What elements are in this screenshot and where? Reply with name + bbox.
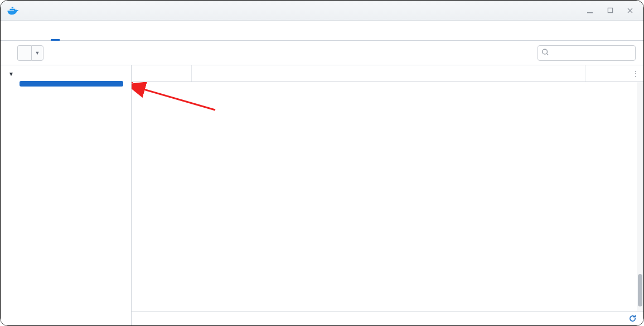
date-sidebar: ▼ [1, 65, 132, 325]
log-table-header: ⋮ [132, 65, 643, 82]
svg-point-2 [543, 49, 548, 54]
header-time[interactable] [132, 65, 192, 82]
log-rows-container[interactable] [132, 82, 643, 311]
svg-line-3 [142, 89, 215, 110]
titlebar [1, 1, 643, 21]
svg-rect-0 [587, 12, 593, 13]
header-stream[interactable] [585, 65, 628, 82]
maximize-button[interactable] [600, 3, 620, 18]
log-scrollbar-thumb[interactable] [638, 274, 642, 306]
docker-whale-icon [6, 5, 21, 16]
close-button[interactable] [620, 3, 640, 18]
search-input[interactable] [538, 45, 636, 61]
svg-rect-1 [608, 8, 612, 12]
caret-down-icon: ▼ [8, 71, 14, 77]
log-scrollbar[interactable] [637, 82, 643, 311]
tab-bar [1, 21, 643, 41]
toolbar: ▼ [1, 41, 643, 65]
minimize-button[interactable] [580, 3, 600, 18]
tab-terminal[interactable] [63, 21, 79, 40]
tab-processes[interactable] [32, 21, 47, 40]
arrow-annotation [132, 82, 221, 116]
export-dropdown[interactable]: ▼ [31, 45, 43, 61]
log-footer [132, 311, 643, 325]
refresh-button[interactable] [628, 314, 637, 323]
header-log[interactable] [192, 65, 585, 82]
sidebar-month[interactable]: ▼ [1, 69, 131, 79]
export-button[interactable] [17, 45, 31, 61]
tab-logs[interactable] [47, 21, 63, 40]
sidebar-day-selected[interactable] [20, 81, 123, 87]
log-panel: ⋮ [132, 65, 643, 325]
header-menu-button[interactable]: ⋮ [628, 70, 643, 78]
highlight-box [132, 82, 133, 83]
tab-overview[interactable] [16, 21, 32, 40]
search-icon [541, 48, 549, 57]
